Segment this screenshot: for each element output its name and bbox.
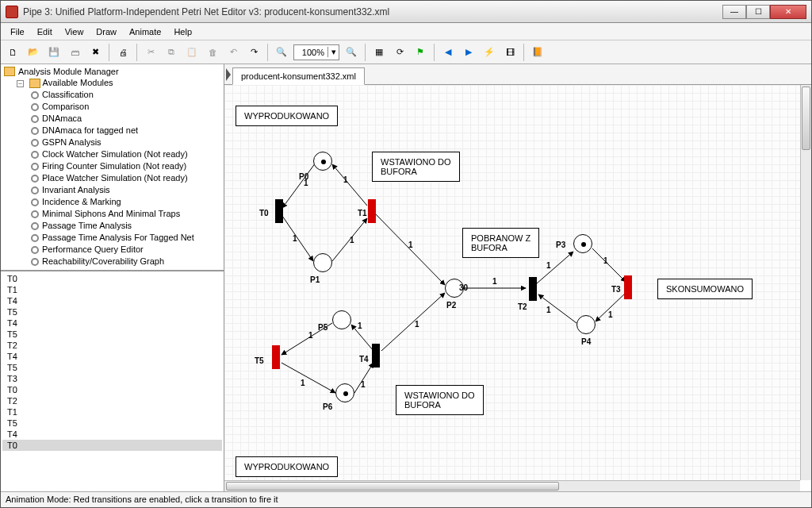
paste-icon[interactable]: 📋 xyxy=(183,44,201,61)
tree-item[interactable]: Performance Query Editor xyxy=(2,244,222,256)
tree-item[interactable]: DNAmaca for tagged net xyxy=(2,125,222,137)
lightning-icon[interactable]: ⚡ xyxy=(481,44,498,61)
zoomin-icon[interactable]: 🔍 xyxy=(343,44,360,61)
token xyxy=(581,242,586,247)
tree-item[interactable]: Passage Time Analysis xyxy=(2,220,222,232)
label-wstawiono-2[interactable]: WSTAWIONO DO BUFORA xyxy=(396,385,484,415)
zoomout-icon[interactable]: 🔍 xyxy=(273,44,290,61)
save-icon[interactable]: 💾 xyxy=(45,44,63,61)
tree-item[interactable]: Place Watcher Simulation (Not ready) xyxy=(2,172,222,184)
grid-icon[interactable]: ▦ xyxy=(370,44,388,61)
open-icon[interactable]: 📂 xyxy=(25,44,42,61)
label-skonsumowano[interactable]: SKONSUMOWANO xyxy=(657,279,753,299)
scroll-thumb[interactable] xyxy=(802,87,810,150)
tree-item[interactable]: Minimal Siphons And Minimal Traps xyxy=(2,208,222,220)
tree-item[interactable]: Invariant Analysis xyxy=(2,184,222,196)
label-wyprodukowano-1[interactable]: WYPRODUKOWANO xyxy=(236,106,338,126)
label-wyprodukowano-2[interactable]: WYPRODUKOWANO xyxy=(236,456,338,477)
new-icon[interactable]: 🗋 xyxy=(4,44,21,61)
flag-icon[interactable]: ⚑ xyxy=(412,44,429,61)
cycle-icon[interactable]: ⟳ xyxy=(391,44,408,61)
minimize-button[interactable]: — xyxy=(722,5,746,19)
tree-item[interactable]: DNAmaca xyxy=(2,113,222,125)
next-icon[interactable]: ▶ xyxy=(460,44,477,61)
undo-icon[interactable]: ↶ xyxy=(224,44,242,61)
film-icon[interactable]: 🎞 xyxy=(501,44,519,61)
transition-T3[interactable] xyxy=(624,275,632,299)
tab-spur[interactable] xyxy=(224,65,232,84)
history-row[interactable]: T4 xyxy=(2,295,222,306)
delete-icon[interactable]: 🗑 xyxy=(204,44,221,61)
menu-edit[interactable]: Edit xyxy=(31,25,59,38)
tab-document[interactable]: producent-konsument332.xml xyxy=(232,67,365,85)
tree-group[interactable]: − Available Modules xyxy=(2,77,222,89)
close-button[interactable]: ✕ xyxy=(770,5,806,19)
transition-T5[interactable] xyxy=(272,345,280,369)
transition-T2[interactable] xyxy=(529,277,537,301)
transition-T1[interactable] xyxy=(368,199,376,223)
place-P4[interactable] xyxy=(576,315,596,334)
place-P6[interactable] xyxy=(335,383,354,402)
place-P1[interactable] xyxy=(313,253,332,272)
history-row[interactable]: T0 xyxy=(2,273,222,284)
window-title: Pipe 3: Unified Platform-Independent Pet… xyxy=(23,6,722,17)
history-row[interactable]: T5 xyxy=(2,329,222,340)
tree-item[interactable]: Reachability/Coverability Graph xyxy=(2,256,222,267)
saveas-icon[interactable]: 🗃 xyxy=(66,44,83,61)
menu-help[interactable]: Help xyxy=(167,25,198,38)
history-row[interactable]: T2 xyxy=(2,340,222,351)
tree-root[interactable]: Analysis Module Manager xyxy=(2,66,222,77)
menubar: File Edit View Draw Animate Help xyxy=(1,23,811,40)
zoom-selector[interactable]: ▾ xyxy=(293,44,339,60)
history-row[interactable]: T2 xyxy=(2,395,222,406)
cut-icon[interactable]: ✂ xyxy=(142,44,159,61)
book-icon[interactable]: 📙 xyxy=(529,44,546,61)
menu-draw[interactable]: Draw xyxy=(90,25,123,38)
label-wstawiono-1[interactable]: WSTAWIONO DO BUFORA xyxy=(372,152,460,182)
chevron-down-icon[interactable]: ▾ xyxy=(327,47,339,57)
print-icon[interactable]: 🖨 xyxy=(114,44,132,61)
history-row[interactable]: T1 xyxy=(2,406,222,418)
tree-item[interactable]: GSPN Analysis xyxy=(2,137,222,148)
tree-item[interactable]: Incidence & Marking xyxy=(2,196,222,208)
history-row[interactable]: T4 xyxy=(2,429,222,440)
vertical-scrollbar[interactable] xyxy=(800,85,811,480)
redo-icon[interactable]: ↷ xyxy=(245,44,262,61)
history-row[interactable]: T0 xyxy=(2,440,222,451)
history-row[interactable]: T1 xyxy=(2,284,222,295)
tree-item[interactable]: Firing Counter Simulation (Not ready) xyxy=(2,160,222,172)
tree-item[interactable]: Passage Time Analysis For Tagged Net xyxy=(2,232,222,244)
prev-icon[interactable]: ◀ xyxy=(439,44,457,61)
history-row[interactable]: T3 xyxy=(2,373,222,384)
menu-file[interactable]: File xyxy=(4,25,31,38)
history-row[interactable]: T4 xyxy=(2,318,222,329)
expander-icon[interactable]: − xyxy=(17,80,24,87)
label-pobranow[interactable]: POBRANOW Z BUFORA xyxy=(462,228,539,258)
history-row[interactable]: T0 xyxy=(2,384,222,395)
copy-icon[interactable]: ⧉ xyxy=(163,44,180,61)
history-row[interactable]: T5 xyxy=(2,362,222,373)
place-P3[interactable] xyxy=(573,234,592,253)
petri-net-canvas[interactable]: WYPRODUKOWANO WSTAWIONO DO BUFORA POBRAN… xyxy=(224,85,800,480)
history-row[interactable]: T4 xyxy=(2,351,222,362)
tree-item[interactable]: Comparison xyxy=(2,101,222,113)
zoom-input[interactable] xyxy=(294,48,327,57)
transition-label-T1: T1 xyxy=(358,209,367,217)
history-list[interactable]: T0T1T4T5T4T5T2T4T5T3T0T2T1T5T4T0 xyxy=(1,271,224,491)
tree-item[interactable]: Classification xyxy=(2,89,222,101)
tree-item[interactable]: Clock Watcher Simulation (Not ready) xyxy=(2,148,222,160)
close-doc-icon[interactable]: ✖ xyxy=(86,44,104,61)
history-row[interactable]: T5 xyxy=(2,306,222,318)
menu-view[interactable]: View xyxy=(59,25,90,38)
menu-animate[interactable]: Animate xyxy=(123,25,167,38)
place-P5[interactable] xyxy=(332,310,351,329)
transition-T4[interactable] xyxy=(372,344,380,368)
maximize-button[interactable]: ☐ xyxy=(746,5,770,19)
svg-line-9 xyxy=(351,325,373,351)
transition-T0[interactable] xyxy=(275,199,283,223)
place-P0[interactable] xyxy=(313,152,332,171)
horizontal-scrollbar[interactable] xyxy=(224,480,800,491)
history-row[interactable]: T5 xyxy=(2,418,222,429)
scroll-thumb[interactable] xyxy=(226,482,559,491)
module-tree[interactable]: Analysis Module Manager − Available Modu… xyxy=(1,64,224,271)
